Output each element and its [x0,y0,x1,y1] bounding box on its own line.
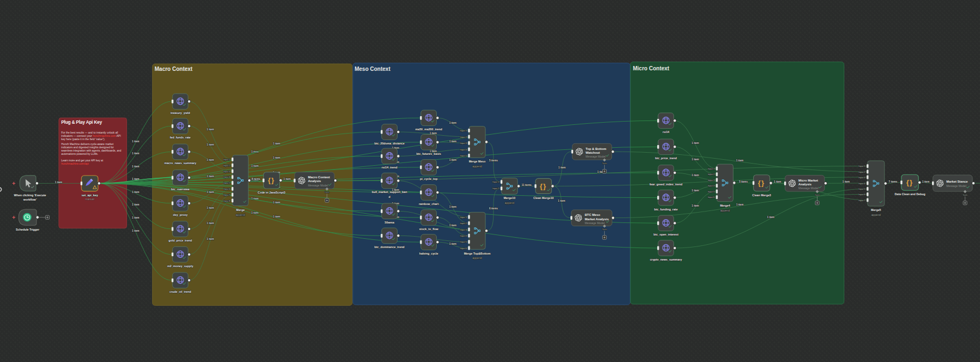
svg-text:Macro Context: Macro Context [308,176,330,179]
svg-text:8 items: 8 items [251,178,260,180]
svg-text:append: append [871,213,881,216]
svg-text:Merge10: Merge10 [503,196,515,200]
svg-text:Tools: Tools [324,191,329,194]
svg-text:1 item: 1 item [767,216,774,219]
svg-text:Input 8: Input 8 [224,200,231,202]
svg-text:btc_overview: btc_overview [171,188,190,191]
svg-text:1 item: 1 item [449,140,456,143]
svg-text:btc_open_interest: btc_open_interest [653,233,678,236]
svg-text:Input 3: Input 3 [460,142,467,144]
svg-text:macro_news_summary: macro_news_summary [164,161,196,165]
svg-text:Input 2: Input 2 [224,164,231,167]
svg-text:rsi14: rsi14 [663,130,669,134]
svg-text:Schedule Trigger: Schedule Trigger [16,228,39,231]
svg-text:Input 1: Input 1 [492,180,500,183]
svg-text:ma50_ma200_trend: ma50_ma200_trend [416,128,442,131]
svg-text:Clean Merge10: Clean Merge10 [533,196,554,200]
svg-text:automations powered by LLMs.: automations powered by LLMs. [61,153,98,155]
svg-text:gold_price_trend: gold_price_trend [169,239,192,242]
svg-text:Input 5: Input 5 [858,188,865,190]
svg-text:btc_dominance_trend: btc_dominance_trend [375,245,405,249]
svg-text:btc_futures_basis: btc_futures_basis [416,152,441,155]
svg-text:Code in JavaScript3: Code in JavaScript3 [258,191,286,194]
svg-text:1 item: 1 item [449,122,456,124]
svg-text:append: append [720,209,730,212]
svg-text:Market Stance: Market Stance [946,180,968,183]
svg-text:1 item: 1 item [273,156,280,159]
svg-text:Input 2: Input 2 [460,136,467,138]
svg-text:{}: {} [758,179,765,187]
svg-text:1 item: 1 item [736,159,743,162]
svg-text:Hunch Machine delivers cycle-a: Hunch Machine delivers cycle-aware marke… [61,143,114,146]
svg-text:Input 5: Input 5 [460,240,467,243]
svg-text:For the best results — and to: For the best results — and to instantly … [61,131,118,134]
svg-text:1 item: 1 item [132,216,139,219]
svg-text:Input 6: Input 6 [708,196,715,198]
svg-text:Micro Context: Micro Context [633,65,670,71]
svg-text:d: d [388,195,390,198]
svg-text:1 item: 1 item [132,152,139,155]
svg-text:{}: {} [268,176,275,184]
svg-text:Micro Market: Micro Market [798,179,818,182]
svg-text:Input 2: Input 2 [460,222,467,225]
svg-text:key here (paste it in the fiel: key here (paste it in the field “value”)… [61,138,105,141]
svg-text:Macro Context: Macro Context [155,66,193,72]
svg-text:1 item: 1 item [207,222,214,225]
svg-text:Input 2: Input 2 [858,171,865,173]
svg-text:Input 4: Input 4 [708,184,715,187]
svg-text:Tools: Tools [963,194,967,196]
svg-text:11 items: 11 items [521,184,532,186]
svg-text:append: append [472,165,482,168]
svg-text:indicators and digested insigh: indicators and digested insights designe… [61,146,114,149]
svg-text:fear_greed_index_trend: fear_greed_index_trend [650,183,682,186]
svg-text:BTC Meso: BTC Meso [585,213,600,216]
svg-text:Input 4: Input 4 [224,176,231,178]
svg-text:Input 4: Input 4 [858,182,865,185]
svg-text:1 item: 1 item [251,165,258,167]
svg-text:rsi14_trend: rsi14_trend [382,166,398,169]
svg-text:1 item: 1 item [207,207,214,209]
svg-text:pi_cycle_top: pi_cycle_top [420,177,438,180]
svg-text:workflow’: workflow’ [23,198,37,201]
svg-text:1 item: 1 item [449,243,456,245]
svg-text:1 item: 1 item [207,159,214,161]
svg-text:Input 7: Input 7 [858,199,865,202]
svg-text:append: append [236,213,245,216]
svg-text:dxy_proxy: dxy_proxy [173,213,188,216]
svg-text:1 item: 1 item [558,200,565,202]
svg-text:1 item: 1 item [284,178,291,180]
svg-text:1 item: 1 item [449,224,456,227]
svg-text:Input 1: Input 1 [460,216,467,219]
svg-text:1 item: 1 item [132,191,139,194]
svg-text:Message Model: Message Model [946,184,966,188]
svg-text:Input 3: Input 3 [224,170,231,173]
svg-text:Input 1: Input 1 [708,167,715,170]
svg-text:1 item: 1 item [207,191,214,194]
svg-text:1 item: 1 item [692,142,699,144]
svg-text:Market Analysis: Market Analysis [585,218,609,221]
svg-text:Tools: Tools [602,162,607,165]
svg-text:1 item: 1 item [692,174,699,177]
svg-text:Input 7: Input 7 [224,194,231,196]
svg-text:Meso Context: Meso Context [354,66,390,72]
svg-text:1 item: 1 item [132,140,139,143]
svg-text:Input 6: Input 6 [858,193,865,196]
svg-text:manual: manual [85,197,94,201]
svg-text:Input 5: Input 5 [224,182,231,184]
svg-text:Input 5: Input 5 [708,190,715,193]
svg-text:1 item: 1 item [132,230,139,232]
svg-text:crude_oil_trend: crude_oil_trend [170,290,191,293]
svg-text:Input 1: Input 1 [224,158,231,161]
svg-text:halving_cycle: halving_cycle [419,252,438,255]
svg-text:1 item: 1 item [922,180,929,183]
svg-text:1 item: 1 item [207,238,214,240]
svg-text:Merge Meso: Merge Meso [469,160,486,163]
svg-text:crypto_news_summary: crypto_news_summary [650,258,682,261]
svg-text:stock_to_flow: stock_to_flow [419,227,438,231]
svg-text:Input 4: Input 4 [460,148,467,151]
svg-text:Input 1: Input 1 [858,165,865,167]
svg-text:5 items: 5 items [489,159,498,162]
svg-text:Tools: Tools [602,228,607,231]
svg-text:indicators — connect your hunc: indicators — connect your hunchmachine.c… [61,135,121,137]
svg-text:1 item: 1 item [55,181,62,184]
